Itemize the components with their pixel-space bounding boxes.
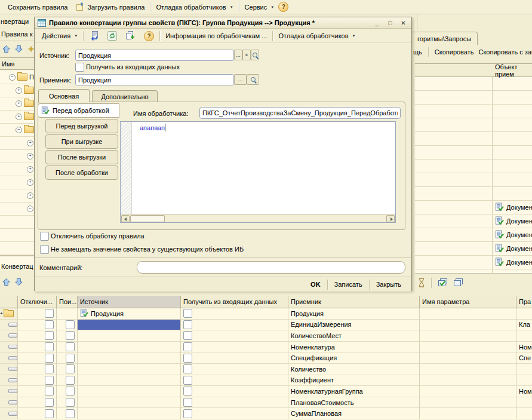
tree-column-header[interactable] bbox=[0, 296, 18, 308]
table-row[interactable]: Документ bbox=[415, 201, 532, 214]
dialog-debug-menu[interactable]: Отладка обработчиков ▼ bbox=[274, 29, 359, 42]
search-checkbox[interactable] bbox=[66, 364, 75, 373]
param-cell[interactable] bbox=[420, 397, 516, 409]
search-checkbox[interactable] bbox=[66, 409, 75, 418]
disable-cell[interactable] bbox=[18, 408, 57, 419]
rule-cell[interactable]: Ном bbox=[516, 386, 532, 397]
disable-cell[interactable] bbox=[18, 352, 57, 364]
disable-checkbox[interactable] bbox=[45, 364, 54, 373]
tree-row[interactable]: − bbox=[0, 123, 34, 137]
scroll-right-button[interactable] bbox=[386, 215, 395, 222]
table-row[interactable] bbox=[415, 173, 532, 187]
search-cell[interactable] bbox=[57, 375, 78, 387]
rule-cell[interactable] bbox=[516, 375, 532, 387]
search-checkbox[interactable] bbox=[66, 320, 75, 329]
receiver-cell[interactable]: Спецификация bbox=[288, 352, 420, 364]
disable-cell[interactable] bbox=[18, 308, 57, 320]
incoming-checkbox[interactable] bbox=[183, 364, 192, 373]
copy-button[interactable]: Скопировать bbox=[435, 48, 474, 56]
table-row[interactable] bbox=[415, 77, 532, 91]
disable-cell[interactable] bbox=[18, 397, 57, 409]
help-button-fragment[interactable]: щь bbox=[413, 48, 422, 56]
rule-cell[interactable] bbox=[516, 408, 532, 419]
incoming-checkbox[interactable] bbox=[183, 376, 192, 385]
param-cell[interactable] bbox=[420, 330, 516, 342]
source-cell[interactable] bbox=[78, 386, 181, 397]
search-cell[interactable] bbox=[57, 352, 78, 364]
search-checkbox[interactable] bbox=[66, 342, 75, 351]
copy-checked-windows-icon[interactable] bbox=[438, 278, 448, 287]
expand-icon[interactable]: + bbox=[27, 179, 33, 186]
event-tab-before-processing[interactable]: Перед обработкой bbox=[38, 103, 119, 118]
receiver-object-column-header[interactable]: Объект прием bbox=[415, 64, 532, 77]
table-row[interactable]: Коэффициент bbox=[0, 375, 532, 387]
rule-cell[interactable] bbox=[516, 364, 532, 375]
search-column-header[interactable]: Пои... bbox=[57, 296, 78, 308]
disable-cell[interactable] bbox=[18, 375, 57, 387]
tree-row[interactable]: − П bbox=[0, 70, 34, 84]
handler-name-input[interactable]: ПКГС_ОтчетПроизводстваЗаСмену_Продукция_… bbox=[199, 107, 401, 119]
source-select-button[interactable]: ... bbox=[234, 50, 242, 60]
table-row[interactable]: Количество bbox=[0, 364, 532, 375]
receiver-cell[interactable]: ПлановаяСтоимость bbox=[288, 397, 420, 409]
table-row[interactable] bbox=[415, 118, 532, 132]
disable-checkbox[interactable] bbox=[45, 376, 54, 385]
incoming-cell[interactable] bbox=[181, 364, 288, 375]
table-row[interactable]: КоличествоМест bbox=[0, 330, 532, 342]
source-cell[interactable] bbox=[78, 330, 181, 342]
close-dialog-button[interactable]: Закрыть bbox=[371, 278, 407, 290]
param-cell[interactable] bbox=[420, 320, 516, 331]
table-row[interactable]: ЕдиницаИзмерения Кла bbox=[0, 320, 532, 331]
close-button[interactable]: ✕ bbox=[398, 19, 408, 27]
rule-cell[interactable]: Ном bbox=[516, 342, 532, 353]
dialog-help-button[interactable]: ? bbox=[140, 29, 158, 42]
param-cell[interactable] bbox=[420, 342, 516, 353]
incoming-checkbox[interactable] bbox=[183, 331, 192, 340]
receiver-cell[interactable]: ЕдиницаИзмерения bbox=[288, 320, 420, 331]
search-checkbox[interactable] bbox=[66, 387, 75, 396]
handlers-info-button[interactable]: Информация по обработчикам ... bbox=[161, 29, 271, 42]
no-replace-checkbox[interactable] bbox=[40, 245, 49, 254]
table-row[interactable] bbox=[415, 187, 532, 201]
expand-icon[interactable]: + bbox=[16, 100, 22, 107]
collapse-icon[interactable]: − bbox=[27, 206, 33, 212]
search-checkbox[interactable] bbox=[66, 331, 75, 340]
table-row[interactable]: Документ bbox=[415, 242, 532, 256]
expand-icon[interactable]: + bbox=[16, 87, 22, 94]
incoming-cell[interactable] bbox=[181, 375, 288, 387]
search-cell[interactable] bbox=[57, 330, 78, 342]
move-down-icon[interactable] bbox=[14, 277, 23, 287]
source-cell[interactable]: Продукция bbox=[78, 308, 181, 320]
rule-cell[interactable] bbox=[516, 330, 532, 342]
disable-cell[interactable] bbox=[18, 320, 57, 331]
receiver-column-header[interactable]: Приемник bbox=[288, 296, 420, 308]
search-cell[interactable] bbox=[57, 320, 78, 331]
table-row[interactable]: СуммаПлановая bbox=[0, 408, 532, 419]
disable-cell[interactable] bbox=[18, 386, 57, 397]
tab-algorithms-queries[interactable]: горитмы\Запросы bbox=[411, 32, 478, 45]
source-clear-button[interactable]: × bbox=[242, 50, 251, 60]
rule-cell[interactable] bbox=[516, 308, 532, 320]
table-row[interactable]: Номенклатура Ном bbox=[0, 342, 532, 353]
expand-icon[interactable]: + bbox=[27, 192, 33, 199]
hourglass-icon[interactable] bbox=[418, 277, 425, 288]
search-cell[interactable] bbox=[57, 308, 78, 320]
search-cell[interactable] bbox=[57, 342, 78, 353]
receiver-cell[interactable]: КоличествоМест bbox=[288, 330, 420, 342]
param-cell[interactable] bbox=[420, 408, 516, 419]
tree-cell[interactable] bbox=[0, 375, 18, 387]
expand-icon[interactable]: + bbox=[27, 140, 33, 146]
left-tab-fragment[interactable]: Правила к bbox=[1, 30, 34, 38]
table-row-group[interactable]: + Продукция Продукция bbox=[0, 308, 532, 320]
event-tab-on-unload[interactable]: При выгрузке bbox=[45, 134, 118, 149]
disable-checkbox[interactable] bbox=[45, 387, 54, 396]
collapse-icon[interactable]: − bbox=[16, 127, 22, 133]
tree-row[interactable]: + bbox=[0, 149, 34, 163]
write-button[interactable]: Записать bbox=[329, 278, 368, 290]
incoming-checkbox[interactable] bbox=[183, 398, 192, 407]
write-object-button[interactable] bbox=[85, 29, 103, 42]
move-up-icon[interactable] bbox=[2, 44, 11, 54]
disable-checkbox[interactable] bbox=[45, 409, 54, 418]
incoming-column-header[interactable]: Получить из входящих данных bbox=[181, 296, 288, 308]
incoming-cell[interactable] bbox=[181, 308, 288, 320]
